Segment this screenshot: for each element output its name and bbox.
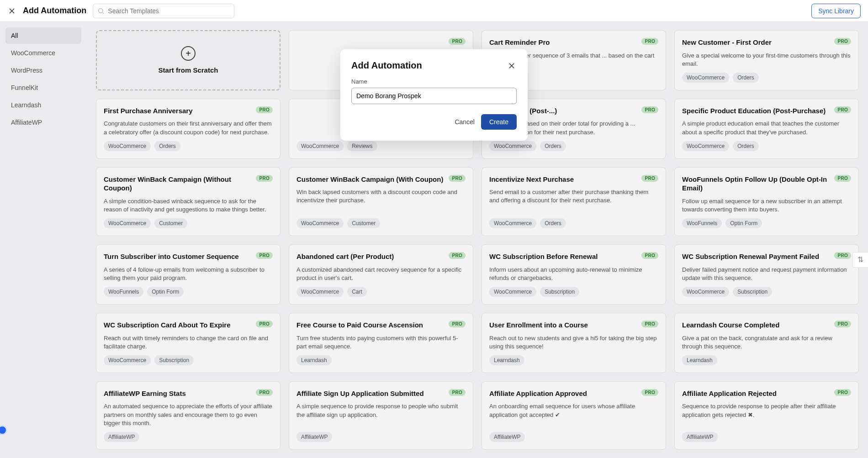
page-title: Add Automation xyxy=(23,6,86,16)
sync-library-button[interactable]: Sync Library xyxy=(811,4,861,18)
name-label: Name xyxy=(351,78,517,85)
cancel-button[interactable]: Cancel xyxy=(455,118,475,126)
automation-name-input[interactable] xyxy=(351,88,517,104)
close-icon[interactable] xyxy=(7,6,16,16)
modal-close-icon[interactable] xyxy=(507,61,517,71)
modal-overlay[interactable]: Add Automation Name Cancel Create xyxy=(0,22,868,458)
top-bar: Add Automation Sync Library xyxy=(0,0,868,22)
add-automation-modal: Add Automation Name Cancel Create xyxy=(340,49,528,141)
search-icon xyxy=(97,7,105,15)
side-panel-toggle-icon[interactable]: ⇅ xyxy=(852,252,868,268)
svg-point-0 xyxy=(99,8,103,12)
modal-title: Add Automation xyxy=(351,60,422,71)
search-wrap xyxy=(93,4,234,18)
search-input[interactable] xyxy=(93,4,234,18)
create-button[interactable]: Create xyxy=(481,114,517,130)
